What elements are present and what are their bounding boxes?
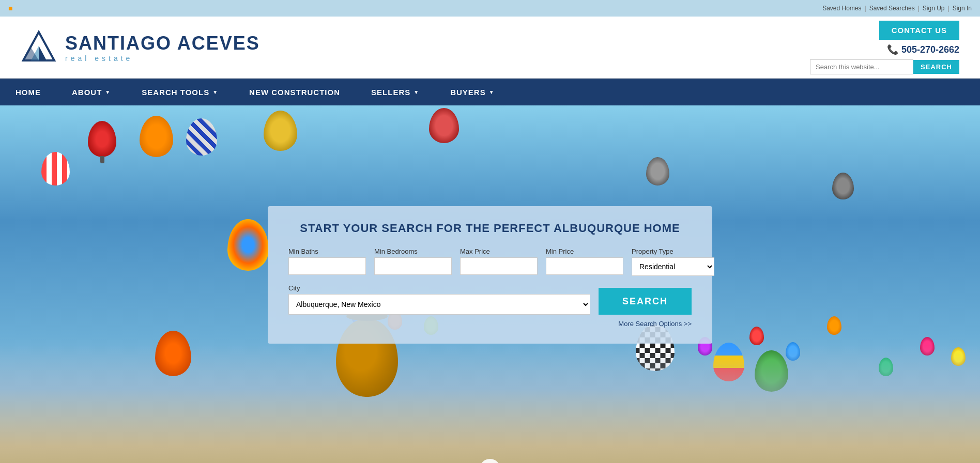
header-search-button[interactable]: SEARCH (913, 60, 959, 74)
nav-sellers-arrow: ▼ (414, 89, 419, 95)
max-price-label: Max Price (460, 248, 538, 255)
search-heading: START YOUR SEARCH FOR THE PERFECT ALBUQU… (288, 222, 692, 235)
balloon-large-orange (155, 331, 191, 376)
hero-search-button[interactable]: SEARCH (599, 288, 692, 315)
nav-about[interactable]: ABOUT ▼ (56, 79, 126, 105)
city-field: City Albuquerque, New Mexico Santa Fe, N… (288, 284, 590, 315)
logo-subtitle: real estate (65, 54, 260, 63)
min-bedrooms-label: Min Bedrooms (374, 248, 452, 255)
max-price-field: Max Price (460, 248, 538, 276)
search-overlay: START YOUR SEARCH FOR THE PERFECT ALBUQU… (268, 206, 712, 344)
nav-search-tools[interactable]: SEARCH TOOLS ▼ (126, 79, 234, 105)
balloon-green-large (755, 350, 788, 392)
balloon-small-red2 (749, 327, 764, 345)
min-baths-field: Min Baths (288, 248, 366, 276)
balloon-multicolor (227, 219, 269, 271)
ground-landscape (0, 345, 980, 463)
balloon-dark-right (832, 173, 854, 199)
nav-about-arrow: ▼ (105, 89, 111, 95)
main-nav: HOME ABOUT ▼ SEARCH TOOLS ▼ NEW CONSTRUC… (0, 79, 980, 105)
balloon-small-pink (920, 337, 935, 356)
logo-icon (21, 29, 57, 66)
nav-buyers-label: BUYERS (450, 88, 486, 97)
phone-number: 📞505-270-2662 (887, 44, 959, 55)
top-bar-left: ■ (8, 4, 12, 12)
svg-marker-3 (39, 46, 47, 60)
city-label: City (288, 284, 590, 292)
search-bottom-row: City Albuquerque, New Mexico Santa Fe, N… (288, 284, 692, 315)
search-fields-row: Min Baths Min Bedrooms Max Price Min Pri… (288, 248, 692, 276)
property-type-select[interactable]: Residential Commercial Land Rental (632, 257, 714, 276)
balloon-small-orange2 (827, 316, 841, 335)
balloon-yellow (264, 111, 297, 151)
min-price-label: Min Price (546, 248, 623, 255)
sign-up-link[interactable]: Sign Up (923, 5, 945, 12)
nav-buyers-arrow: ▼ (489, 89, 495, 95)
saved-homes-link[interactable]: Saved Homes (822, 5, 861, 12)
min-price-field: Min Price (546, 248, 623, 276)
logo-name: SANTIAGO ACEVES (65, 33, 260, 54)
balloon-small-blue2 (786, 342, 800, 361)
min-bedrooms-field: Min Bedrooms (374, 248, 452, 276)
min-price-input[interactable] (546, 257, 623, 275)
balloon-small-yellow2 (951, 347, 966, 366)
logo-area: SANTIAGO ACEVES real estate (21, 29, 260, 66)
phone-icon: 📞 (887, 44, 898, 55)
rss-icon[interactable]: ■ (8, 4, 12, 12)
contact-us-button[interactable]: CONTACT US (879, 21, 959, 40)
balloon-small-teal (879, 358, 893, 376)
city-select[interactable]: Albuquerque, New Mexico Santa Fe, New Me… (288, 294, 590, 315)
logo-text: SANTIAGO ACEVES real estate (65, 33, 260, 63)
separator-3: | (948, 5, 950, 12)
hero-section: START YOUR SEARCH FOR THE PERFECT ALBUQU… (0, 105, 980, 463)
nav-new-construction[interactable]: NEW CONSTRUCTION (234, 79, 356, 105)
nav-home-label: HOME (16, 88, 41, 97)
more-search-options-link[interactable]: More Search Options >> (618, 320, 692, 328)
header: SANTIAGO ACEVES real estate CONTACT US 📞… (0, 17, 980, 79)
nav-home[interactable]: HOME (0, 79, 56, 105)
scroll-indicator[interactable]: ▼ (480, 459, 500, 463)
balloon-checkered (186, 118, 217, 156)
top-bar-links: Saved Homes | Saved Searches | Sign Up |… (822, 5, 972, 12)
separator-2: | (918, 5, 920, 12)
max-price-input[interactable] (460, 257, 538, 275)
nav-sellers-label: SELLERS (371, 88, 410, 97)
top-bar: ■ Saved Homes | Saved Searches | Sign Up… (0, 0, 980, 17)
balloon-striped-red (41, 152, 70, 186)
nav-search-tools-arrow: ▼ (212, 89, 218, 95)
balloon-dark-red (429, 108, 459, 143)
nav-buyers[interactable]: BUYERS ▼ (435, 79, 510, 105)
min-baths-label: Min Baths (288, 248, 366, 255)
nav-about-label: ABOUT (72, 88, 102, 97)
min-baths-input[interactable] (288, 257, 366, 275)
balloon-orange (140, 116, 173, 157)
nav-sellers[interactable]: SELLERS ▼ (356, 79, 435, 105)
property-type-field: Property Type Residential Commercial Lan… (632, 248, 714, 276)
header-right: CONTACT US 📞505-270-2662 SEARCH (810, 21, 959, 74)
header-search-bar: SEARCH (810, 59, 959, 74)
saved-searches-link[interactable]: Saved Searches (869, 5, 915, 12)
separator-1: | (865, 5, 866, 12)
sign-in-link[interactable]: Sign In (953, 5, 972, 12)
nav-search-tools-label: SEARCH TOOLS (142, 88, 209, 97)
balloon-tricolor (713, 343, 744, 381)
nav-new-construction-label: NEW CONSTRUCTION (249, 88, 340, 97)
balloon-red (88, 121, 116, 157)
header-search-input[interactable] (810, 59, 913, 74)
property-type-label: Property Type (632, 248, 714, 255)
balloon-gray-small (646, 157, 669, 186)
min-bedrooms-input[interactable] (374, 257, 452, 275)
